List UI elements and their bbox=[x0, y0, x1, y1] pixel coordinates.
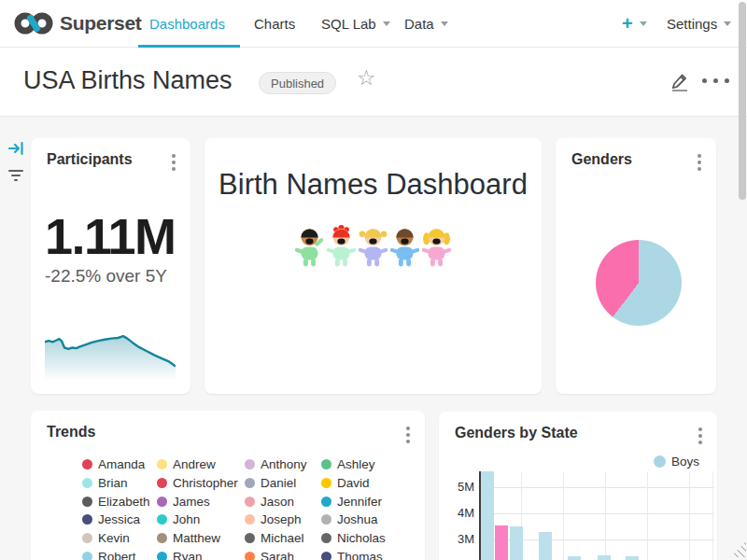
gridline bbox=[689, 471, 690, 560]
legend-item-anthony[interactable]: Anthony bbox=[245, 455, 321, 474]
legend-item-john[interactable]: John bbox=[157, 511, 245, 529]
gridline bbox=[647, 471, 648, 560]
legend-label: Joseph bbox=[261, 512, 302, 526]
chart-title: Genders bbox=[571, 151, 632, 168]
legend-item-brian[interactable]: Brian bbox=[82, 474, 157, 493]
y-axis-tick: 4M bbox=[446, 506, 474, 520]
scrollbar-thumb[interactable] bbox=[739, 2, 746, 200]
card-trends: Trends AmandaAndrewAnthonyAshleyBrianChr… bbox=[31, 411, 425, 560]
legend-item-ryan[interactable]: Ryan bbox=[157, 547, 245, 560]
legend-item-sarah[interactable]: Sarah bbox=[245, 547, 321, 560]
legend-item-michael[interactable]: Michael bbox=[245, 529, 321, 548]
legend-item-christopher[interactable]: Christopher bbox=[157, 474, 245, 493]
kebab-menu-button[interactable] bbox=[404, 425, 412, 445]
big-number-value: 1.11M bbox=[45, 207, 176, 265]
legend-item-boys[interactable]: Boys bbox=[654, 455, 699, 469]
bar-boys[interactable] bbox=[626, 556, 639, 560]
legend-item-joseph[interactable]: Joseph bbox=[245, 511, 321, 529]
big-number-subheader: -22.5% over 5Y bbox=[45, 266, 167, 287]
legend-item-daniel[interactable]: Daniel bbox=[245, 474, 321, 493]
legend-label: Andrew bbox=[173, 457, 216, 471]
legend-item-jennifer[interactable]: Jennifer bbox=[321, 492, 424, 511]
legend-item-robert[interactable]: Robert bbox=[82, 547, 157, 560]
legend-label: Brian bbox=[98, 476, 128, 490]
top-navbar: Superset Dashboards Charts SQL Lab Data … bbox=[0, 0, 747, 48]
legend-item-andrew[interactable]: Andrew bbox=[157, 455, 245, 474]
nav-tab-dashboards[interactable]: Dashboards bbox=[149, 0, 225, 47]
legend-item-james[interactable]: James bbox=[157, 492, 245, 511]
legend-label: Thomas bbox=[337, 550, 383, 560]
kid-figure bbox=[294, 220, 325, 273]
bar-boys[interactable] bbox=[481, 471, 494, 560]
chevron-down-icon bbox=[383, 21, 390, 26]
legend-item-david[interactable]: David bbox=[321, 474, 424, 493]
legend-label: Kevin bbox=[98, 531, 130, 545]
legend-item-matthew[interactable]: Matthew bbox=[157, 529, 245, 548]
legend-dot bbox=[82, 533, 92, 543]
legend-dot bbox=[245, 459, 255, 469]
brand-name: Superset bbox=[60, 12, 141, 35]
genders-pie-chart[interactable] bbox=[596, 240, 682, 326]
gridline bbox=[481, 487, 714, 488]
nav-tab-charts[interactable]: Charts bbox=[254, 0, 295, 47]
legend-item-joshua[interactable]: Joshua bbox=[321, 511, 424, 529]
bar-girls[interactable] bbox=[495, 525, 508, 560]
chevron-down-icon bbox=[724, 21, 731, 26]
card-resize-handle[interactable] bbox=[730, 541, 746, 557]
legend-label: Sarah bbox=[261, 550, 294, 560]
filter-list-icon[interactable] bbox=[7, 170, 23, 184]
legend-dot bbox=[82, 514, 92, 525]
edit-dashboard-button[interactable] bbox=[669, 70, 691, 96]
expand-filter-bar-button[interactable] bbox=[7, 140, 24, 161]
kebab-menu-button[interactable] bbox=[696, 152, 703, 173]
legend-dot bbox=[321, 497, 331, 507]
page-title: USA Births Names bbox=[23, 66, 233, 95]
kebab-menu-button[interactable] bbox=[170, 152, 177, 173]
nav-menu-sql-lab[interactable]: SQL Lab bbox=[321, 0, 390, 47]
legend-label: Joshua bbox=[337, 512, 378, 526]
chevron-down-icon bbox=[441, 21, 448, 26]
new-item-button[interactable]: + bbox=[622, 0, 647, 47]
nav-tab-label: Dashboards bbox=[149, 16, 225, 32]
legend-dot bbox=[245, 533, 255, 543]
legend-dot bbox=[321, 478, 331, 488]
dashboard-header: USA Births Names Published ☆ bbox=[0, 48, 747, 117]
bar-boys[interactable] bbox=[568, 556, 581, 560]
legend-item-thomas[interactable]: Thomas bbox=[321, 547, 424, 560]
legend-label: Anthony bbox=[261, 457, 307, 471]
legend-dot bbox=[321, 514, 331, 525]
legend-label: Boys bbox=[671, 455, 699, 469]
legend-label: Amanda bbox=[98, 457, 145, 471]
legend-dot bbox=[321, 533, 331, 543]
legend-label: James bbox=[173, 495, 210, 509]
legend-item-amanda[interactable]: Amanda bbox=[82, 455, 157, 474]
arrow-right-to-bar-icon bbox=[7, 140, 24, 157]
trendline-sparkline[interactable] bbox=[45, 321, 176, 379]
favorite-star-icon[interactable]: ☆ bbox=[357, 67, 376, 89]
legend-item-jessica[interactable]: Jessica bbox=[82, 511, 157, 529]
bar-boys[interactable] bbox=[598, 555, 611, 560]
nav-menu-settings[interactable]: Settings bbox=[667, 0, 731, 47]
bar-boys[interactable] bbox=[510, 526, 523, 560]
legend-item-nicholas[interactable]: Nicholas bbox=[321, 529, 424, 548]
published-badge[interactable]: Published bbox=[259, 72, 336, 94]
legend-dot bbox=[157, 497, 167, 507]
more-actions-button[interactable] bbox=[702, 78, 729, 83]
legend-label: Jennifer bbox=[337, 495, 382, 509]
legend-item-jason[interactable]: Jason bbox=[245, 492, 321, 511]
legend-dot bbox=[82, 459, 92, 469]
legend-label: Elizabeth bbox=[98, 495, 150, 509]
legend-dot bbox=[157, 514, 167, 525]
legend-label: Nicholas bbox=[337, 531, 386, 545]
nav-menu-data[interactable]: Data bbox=[404, 0, 448, 47]
legend-item-ashley[interactable]: Ashley bbox=[321, 455, 424, 474]
legend-label: Ashley bbox=[337, 457, 375, 471]
kebab-menu-button[interactable] bbox=[697, 426, 704, 446]
card-markdown-header: Birth Names Dashboard bbox=[204, 138, 542, 394]
legend-item-kevin[interactable]: Kevin bbox=[82, 529, 157, 548]
legend-dot bbox=[157, 552, 167, 560]
legend-item-elizabeth[interactable]: Elizabeth bbox=[82, 492, 157, 511]
bar-boys[interactable] bbox=[539, 532, 552, 560]
superset-logo[interactable]: Superset bbox=[13, 10, 141, 36]
card-participants: Participants 1.11M -22.5% over 5Y bbox=[31, 138, 190, 394]
